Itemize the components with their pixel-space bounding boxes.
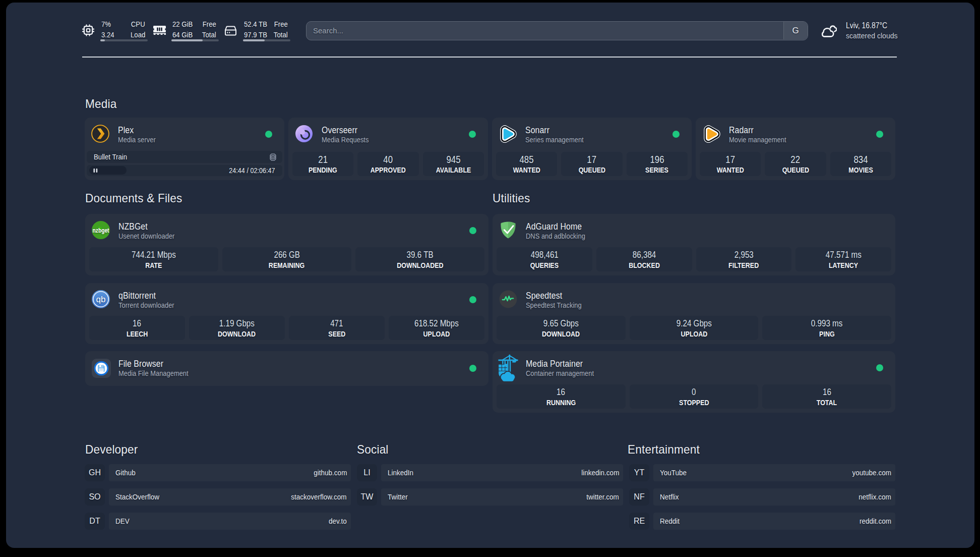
svg-text:nzbget: nzbget: [92, 227, 109, 234]
svg-text:qb: qb: [96, 295, 106, 304]
